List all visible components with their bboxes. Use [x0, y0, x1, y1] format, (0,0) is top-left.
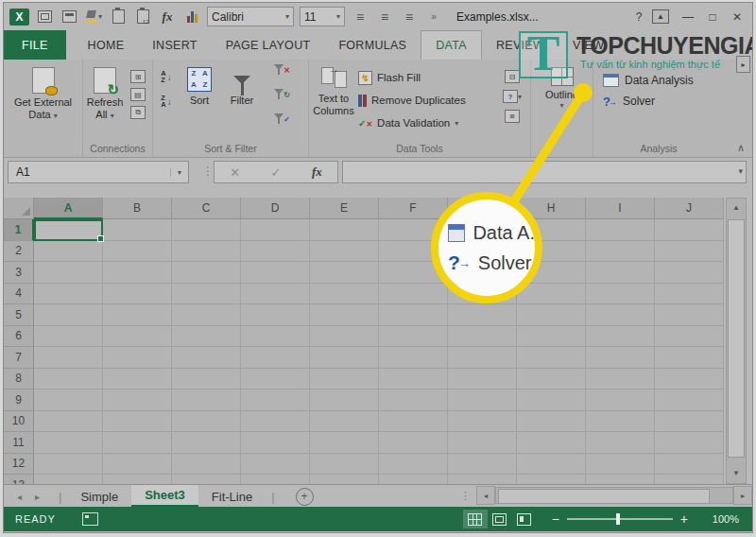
what-if-analysis-button[interactable]: ?▾ — [503, 90, 522, 103]
scroll-right-button[interactable]: ▸ — [733, 486, 752, 505]
grid-cell[interactable] — [310, 454, 379, 476]
grid-cell[interactable] — [586, 411, 655, 433]
relationships-button[interactable]: ⧈ — [505, 110, 520, 123]
grid-cell[interactable] — [34, 454, 103, 476]
maximize-button[interactable]: □ — [701, 10, 724, 24]
grid-cell[interactable] — [310, 432, 379, 454]
row-header-3[interactable]: 3 — [4, 262, 34, 284]
insert-function-button[interactable]: fx — [297, 165, 337, 180]
grid-cell[interactable] — [310, 347, 379, 369]
consolidate-button[interactable]: ⊟ — [505, 70, 520, 83]
solver-button[interactable]: ?→ Solver — [593, 91, 724, 112]
vertical-scroll-thumb[interactable] — [728, 219, 745, 458]
edit-links-button[interactable]: ⧉ — [130, 106, 146, 119]
refresh-all-button[interactable]: ↻ RefreshAll ▾ — [83, 60, 127, 133]
grid-cell[interactable] — [310, 411, 379, 433]
row-header-5[interactable]: 5 — [4, 304, 34, 326]
grid-cell[interactable] — [103, 411, 172, 433]
sheet-nav-right-button[interactable]: ▸ — [35, 492, 40, 502]
formula-input[interactable]: ▾ — [342, 161, 747, 183]
grid-cell[interactable] — [34, 369, 103, 390]
sort-button[interactable]: ZAAZ Sort — [180, 60, 219, 133]
scroll-up-button[interactable]: ▲ — [727, 199, 746, 217]
grid-cell[interactable] — [655, 219, 724, 241]
grid-cell[interactable] — [448, 347, 517, 369]
row-header-9[interactable]: 9 — [4, 390, 34, 411]
flash-fill-button[interactable]: ↯ Flash Fill — [358, 66, 498, 89]
page-break-view-button[interactable] — [512, 510, 537, 528]
grid-cell[interactable] — [34, 390, 103, 411]
tab-data[interactable]: DATA — [421, 30, 482, 60]
grid-cell[interactable] — [379, 326, 448, 348]
row-header-8[interactable]: 8 — [4, 369, 34, 390]
grid-cell[interactable] — [448, 390, 517, 411]
grid-cell[interactable] — [655, 411, 724, 433]
column-header-d[interactable]: D — [241, 198, 310, 219]
grid-cell[interactable] — [655, 284, 724, 305]
font-name-combo[interactable]: Calibri ▾ — [207, 7, 294, 26]
row-header-13[interactable]: 13 — [4, 475, 34, 484]
ribbon-scroll-right-button[interactable]: ▸ — [736, 56, 750, 73]
grid-cell[interactable] — [310, 369, 379, 390]
grid-cell[interactable] — [310, 262, 379, 284]
tab-formulas[interactable]: FORMULAS — [324, 30, 421, 60]
qat-paste-button[interactable] — [109, 9, 128, 26]
new-sheet-button[interactable]: + — [296, 488, 314, 506]
grid-cell[interactable] — [34, 304, 103, 326]
vertical-scrollbar[interactable]: ▲ ▼ — [726, 198, 747, 484]
clear-filter-button[interactable]: ✕ — [274, 70, 284, 87]
grid-cell[interactable] — [655, 347, 724, 369]
grid-cell[interactable] — [241, 262, 310, 284]
grid-cell[interactable] — [103, 454, 172, 476]
grid-cell[interactable] — [586, 369, 655, 390]
sheet-nav-left-button[interactable]: ◂ — [17, 492, 22, 502]
grid-cell[interactable] — [655, 241, 724, 263]
grid-cell[interactable] — [172, 454, 241, 476]
qat-slide-icon[interactable] — [60, 9, 78, 26]
grid-cell[interactable] — [241, 475, 310, 484]
grid-cell[interactable] — [172, 284, 241, 305]
grid-cell[interactable] — [241, 432, 310, 454]
grid-cell[interactable] — [655, 475, 724, 484]
grid-cell[interactable] — [379, 304, 448, 326]
data-analysis-button[interactable]: Data Analysis — [593, 70, 724, 91]
tab-file[interactable]: FILE — [4, 30, 66, 60]
grid-cell[interactable] — [103, 475, 172, 484]
name-box[interactable]: A1 ▾ — [8, 161, 189, 183]
cancel-entry-button[interactable]: ✕ — [215, 165, 255, 180]
grid-cell[interactable] — [310, 219, 379, 241]
grid-cell[interactable] — [103, 219, 172, 241]
grid-cell[interactable] — [655, 390, 724, 411]
grid-cell[interactable] — [241, 411, 310, 433]
grid-cell[interactable] — [448, 475, 517, 484]
zoom-out-button[interactable]: − — [552, 512, 559, 526]
grid-cell[interactable] — [586, 241, 655, 263]
grid-cell[interactable] — [103, 347, 172, 369]
advanced-filter-button[interactable]: ✓ — [274, 119, 284, 136]
grid-cell[interactable] — [103, 284, 172, 305]
grid-cell[interactable] — [172, 241, 241, 263]
qat-paste-special-button[interactable]: 12 — [133, 9, 152, 26]
grid-cell[interactable] — [586, 219, 655, 241]
grid-cell[interactable] — [241, 326, 310, 348]
row-header-1[interactable]: 1 — [4, 219, 34, 241]
grid-cell[interactable] — [586, 432, 655, 454]
grid-cell[interactable] — [517, 284, 586, 305]
grid-cell[interactable] — [34, 262, 103, 284]
grid-cell[interactable] — [655, 326, 724, 348]
horizontal-scroll-thumb[interactable] — [498, 489, 710, 504]
tab-home[interactable]: HOME — [74, 30, 139, 60]
grid-cell[interactable] — [379, 454, 448, 476]
select-all-corner[interactable] — [4, 198, 34, 219]
reapply-filter-button[interactable]: ↻ — [274, 95, 284, 112]
row-header-11[interactable]: 11 — [4, 432, 34, 454]
help-button[interactable]: ? — [627, 10, 650, 24]
grid-cell[interactable] — [241, 219, 310, 241]
grid-cell[interactable] — [517, 304, 586, 326]
row-header-4[interactable]: 4 — [4, 284, 34, 305]
zoom-slider[interactable] — [567, 518, 673, 520]
qat-window-icon[interactable] — [35, 9, 54, 26]
remove-duplicates-button[interactable]: Remove Duplicates — [358, 89, 498, 112]
connection-properties-button[interactable]: ⊞ — [130, 70, 146, 83]
grid-cell[interactable] — [310, 390, 379, 411]
